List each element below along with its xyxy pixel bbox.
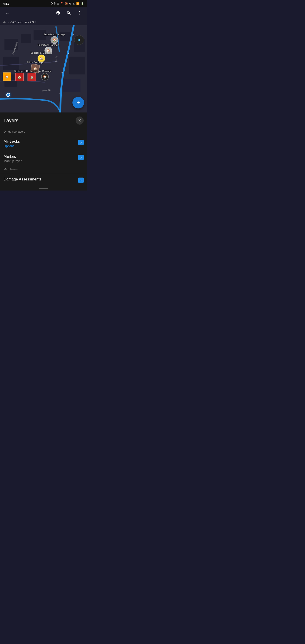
back-button[interactable]: ← — [4, 9, 12, 17]
dnd-icon: ⊖ — [69, 2, 71, 5]
gps-dot-separator: • — [8, 20, 9, 24]
layer-item-markup[interactable]: Markup Markup layer — [0, 151, 87, 166]
layers-title: Layers — [4, 118, 18, 124]
damage-assessments-info: Damage Assessments — [4, 177, 41, 182]
bottom-handle — [0, 186, 87, 190]
status-icons: G S ⊟ 📍 🔕 ⊖ ▲ 📶 🔋 — [51, 2, 84, 5]
search-button[interactable] — [65, 9, 73, 17]
map-layers-label: Map layers — [0, 166, 87, 174]
marker-superficial-1[interactable]: Superficial Damage 🏠 — [44, 33, 65, 44]
svg-point-14 — [78, 39, 80, 41]
damage-assessments-checkbox[interactable] — [78, 178, 84, 183]
layer-item-damage-assessments[interactable]: Damage Assessments — [0, 174, 87, 186]
gps-bar: ⊕ • GPS accuracy 9.3 ft — [0, 19, 87, 25]
marker-label-minor: Minor Damage — [27, 61, 43, 64]
location-status-icon: 📍 — [60, 2, 64, 5]
my-tracks-options[interactable]: Options — [4, 144, 20, 148]
map-area[interactable]: « « « « Smokewood Rd Ap... St Water St S… — [0, 25, 87, 112]
damage-assessments-name: Damage Assessments — [4, 177, 41, 182]
my-tracks-info: My tracks Options — [4, 139, 20, 148]
layers-header: Layers ✕ — [0, 112, 87, 128]
battery-icon: 🔋 — [81, 2, 84, 5]
marker-label-destroyed-2: Destroyed — [26, 70, 37, 72]
marker-destroyed-1[interactable]: Destroyed 🏠 — [14, 70, 25, 82]
svg-text:«: « — [62, 71, 63, 74]
svg-rect-8 — [69, 56, 85, 74]
svg-rect-4 — [3, 56, 19, 70]
svg-text:«: « — [73, 33, 75, 36]
toolbar-left: ← — [4, 9, 12, 17]
layers-button[interactable] — [54, 9, 62, 17]
s-icon: S — [54, 2, 56, 5]
handle-bar — [39, 188, 48, 189]
marker-label-superficial-3: Superficial Damage — [31, 52, 52, 54]
markup-sub: Markup layer — [4, 159, 22, 163]
close-layers-button[interactable]: ✕ — [76, 116, 84, 124]
svg-text:«: « — [68, 52, 70, 55]
add-fab-button[interactable]: + — [72, 97, 84, 108]
marker-no-damage[interactable]: No Damage 🏠 — [38, 70, 52, 80]
bell-off-icon: 🔕 — [64, 2, 68, 5]
marker-destroyed-2[interactable]: Destroyed 🏠 — [26, 70, 37, 82]
my-tracks-name: My tracks — [4, 139, 20, 144]
gps-accuracy-text: GPS accuracy 9.3 ft — [10, 20, 36, 24]
svg-rect-9 — [62, 79, 80, 92]
on-device-label: On device layers — [0, 128, 87, 136]
svg-text:«: « — [59, 92, 60, 95]
marker-superficial-3[interactable]: Superficial Damage 🏠 — [31, 52, 52, 62]
marker-label-destroyed-1: Destroyed — [14, 70, 25, 72]
status-time: 4:11 — [3, 2, 9, 5]
layer-item-my-tracks[interactable]: My tracks Options — [0, 136, 87, 151]
marker-destroyed-extra[interactable]: 🏠 — [3, 72, 11, 81]
toolbar: ← ⋮ — [0, 7, 87, 19]
status-bar: 4:11 G S ⊟ 📍 🔕 ⊖ ▲ 📶 🔋 — [0, 0, 87, 7]
marker-label-no-damage: No Damage — [38, 70, 52, 72]
markup-info: Markup Markup layer — [4, 154, 22, 163]
toolbar-right: ⋮ — [54, 9, 84, 17]
marker-label-superficial-1: Superficial Damage — [44, 33, 65, 36]
gps-accuracy-icon: ⊕ — [3, 20, 6, 24]
google-icon: G — [51, 2, 53, 5]
wifi-icon: ▲ — [72, 2, 75, 5]
layers-panel: Layers ✕ On device layers My tracks Opti… — [0, 112, 87, 190]
more-options-button[interactable]: ⋮ — [76, 9, 84, 17]
markup-checkbox[interactable] — [78, 155, 84, 160]
marker-label-superficial-2: Superficial Damage — [38, 44, 59, 46]
svg-rect-2 — [21, 34, 31, 43]
my-tracks-checkbox[interactable] — [78, 140, 84, 145]
markup-name: Markup — [4, 154, 22, 159]
s2-icon: ⊟ — [57, 2, 59, 5]
my-location-button[interactable] — [74, 35, 84, 45]
current-location-dot — [6, 93, 10, 97]
signal-icon: 📶 — [76, 2, 80, 5]
